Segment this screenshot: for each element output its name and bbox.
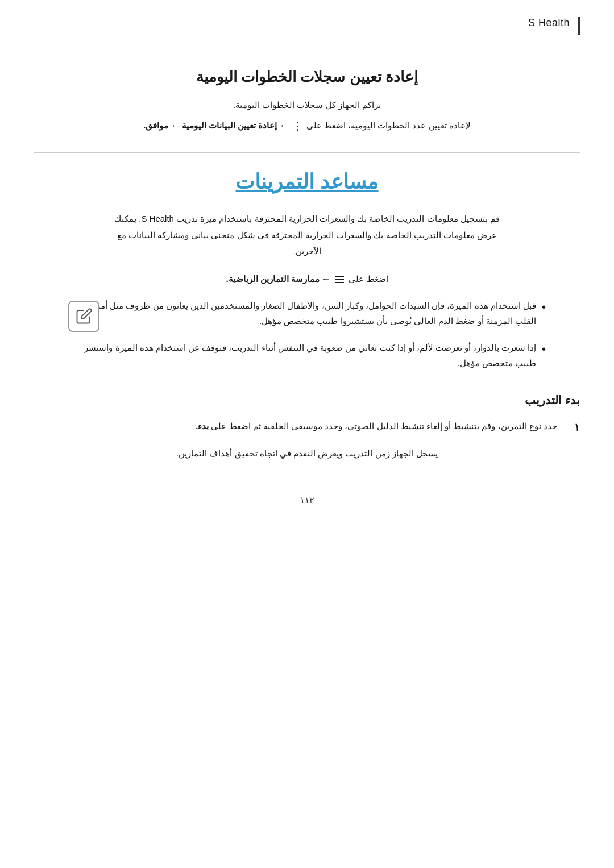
header-title: S Health [528,17,570,29]
reset-steps-line2: لإعادة تعيين عدد الخطوات اليومية، اضغط ع… [34,117,580,135]
reset-line2-part3: موافق. [143,121,168,130]
start-training-section: بدء التدريب ١ حدد نوع التمرين، وقم بتنشي… [34,393,580,461]
numbered-item-1: ١ حدد نوع التمرين، وقم بتنشيط أو إلغاء ت… [34,418,580,437]
bullet-item-1: • قبل استخدام هذه الميزة، فإن السيدات ال… [68,298,546,329]
bullet-dot-2: • [542,340,546,358]
header-bar: S Health [528,17,580,35]
step1-text: حدد نوع التمرين، وقم بتنشيط أو إلغاء تنش… [34,418,557,434]
trainer-assistant-section: مساعد التمرينات قم بتسجيل معلومات التدري… [34,170,580,371]
bullet-text-1: قبل استخدام هذه الميزة، فإن السيدات الحو… [68,298,536,329]
reset-steps-title: إعادة تعيين سجلات الخطوات اليومية [34,68,580,86]
bullet-dot-1: • [542,298,546,316]
instr-part2: ممارسة التمارين الرياضية. [226,274,320,284]
desc-line3: الآخرين. [293,246,321,256]
bullet-item-2: • إذا شعرت بالدوار، أو تعرضت لألم، أو إذ… [68,340,546,371]
reset-steps-section: إعادة تعيين سجلات الخطوات اليومية يراكم … [34,68,580,135]
page-container: S Health إعادة تعيين سجلات الخطوات اليوم… [0,0,614,868]
trainer-title: مساعد التمرينات [34,170,580,194]
pencil-edit-icon [76,308,93,325]
reset-arrow1: ← [277,121,288,130]
pencil-icon-box [68,301,99,332]
step1-bold: بدء. [196,421,209,431]
step1-part1: حدد نوع التمرين، وقم بتنشيط أو إلغاء تنش… [211,421,557,431]
instr-part1: اضغط على [349,274,388,284]
instr-arrow: ← [320,274,330,284]
bullet-section: • قبل استخدام هذه الميزة، فإن السيدات ال… [68,298,546,371]
page-number: ١١٣ [34,495,580,522]
reset-steps-line1: يراكم الجهاز كل سجلات الخطوات اليومية. [34,97,580,113]
main-content: إعادة تعيين سجلات الخطوات اليومية يراكم … [34,68,580,461]
desc-line1: قم بتسجيل معلومات التدريب الخاصة بك والس… [114,214,500,223]
reset-line2-part2: إعادة تعيين البيانات اليومية [182,121,277,130]
reset-line2-part1: لإعادة تعيين عدد الخطوات اليومية، اضغط ع… [306,121,471,130]
divider [34,152,580,153]
trainer-description: قم بتسجيل معلومات التدريب الخاصة بك والس… [34,211,580,260]
step1-subtext: يسجل الجهاز زمن التدريب ويعرض النقدم في … [34,446,580,461]
start-training-title: بدء التدريب [34,393,580,407]
step-number-1: ١ [566,418,580,437]
bullet-text-2: إذا شعرت بالدوار، أو تعرضت لألم، أو إذا … [68,340,536,371]
three-line-menu-icon [335,276,344,283]
instr-menu-icon [330,274,346,284]
instruction-line: اضغط على ← ممارسة التمارين الرياضية. [34,271,580,286]
colon-icon: ⋮ [292,117,302,135]
desc-line2: عرض معلومات التدريب الخاصة بك والسعرات ا… [117,230,497,240]
reset-arrow2: ← [168,121,179,130]
